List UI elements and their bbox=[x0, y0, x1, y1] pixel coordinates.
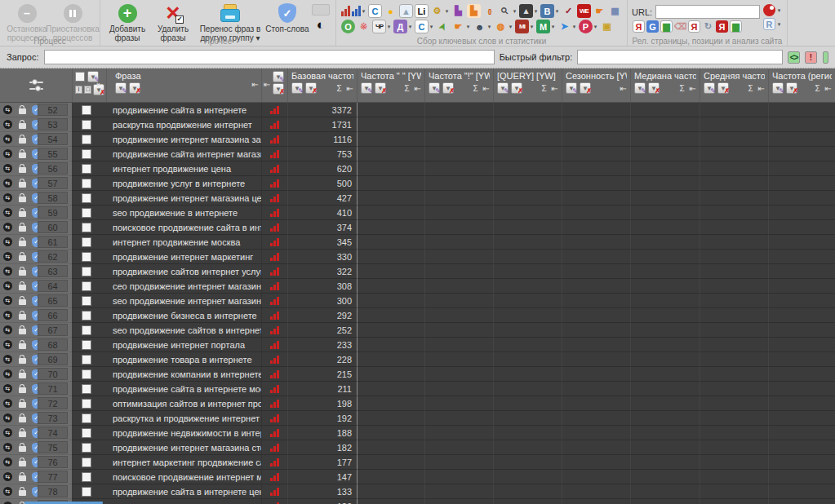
row-checkbox[interactable] bbox=[82, 413, 91, 423]
row-checkbox[interactable] bbox=[82, 428, 91, 438]
code-orange-icon[interactable]: {} bbox=[482, 4, 496, 18]
row-update-icon[interactable]: ⇆ bbox=[3, 399, 12, 408]
stop-words-button[interactable]: ✓ Стоп-слова bbox=[264, 2, 310, 33]
row-update-icon[interactable]: ⇆ bbox=[3, 237, 12, 246]
sum-button[interactable]: Σ bbox=[473, 84, 477, 93]
contrast-icon[interactable]: ◐ bbox=[317, 18, 325, 32]
sum-button[interactable]: Σ bbox=[541, 84, 546, 93]
row-checkbox[interactable] bbox=[82, 311, 91, 321]
row-checkbox[interactable] bbox=[82, 164, 91, 174]
chr-stamp-icon[interactable]: ЧР▾ bbox=[372, 20, 392, 33]
webeffector-icon[interactable]: WE bbox=[577, 4, 591, 18]
row-update-icon[interactable]: ⇆ bbox=[3, 223, 12, 232]
row-update-icon[interactable]: ⇆ bbox=[3, 179, 12, 188]
phrase-chart-icon[interactable] bbox=[270, 121, 279, 129]
row-checkbox[interactable] bbox=[82, 267, 91, 276]
pin-button[interactable]: ⇤ bbox=[758, 84, 765, 93]
phrase-cell[interactable]: продвижение сайта в интернете цена bbox=[106, 484, 261, 499]
phrase-chart-icon[interactable] bbox=[270, 282, 279, 290]
row-update-icon[interactable]: ⇆ bbox=[3, 296, 12, 305]
phrase-chart-icon[interactable] bbox=[270, 458, 279, 466]
sum-button[interactable]: Σ bbox=[748, 84, 753, 93]
phrase-chart-icon[interactable] bbox=[270, 356, 279, 364]
phrase-cell[interactable]: продвижение интернет портала bbox=[106, 338, 261, 352]
row-checkbox[interactable] bbox=[82, 179, 91, 188]
pin-button[interactable]: ⇤ bbox=[415, 84, 421, 93]
lock-icon[interactable] bbox=[19, 241, 26, 246]
lock-icon[interactable] bbox=[19, 461, 26, 466]
lock-icon[interactable] bbox=[19, 358, 26, 364]
vk-icon[interactable]: B▾ bbox=[540, 4, 560, 18]
phrase-chart-icon[interactable] bbox=[270, 473, 279, 481]
wordstat-blue-icon[interactable]: ▾ bbox=[352, 6, 366, 16]
edge-button[interactable] bbox=[823, 51, 828, 64]
search-icon[interactable]: ⚲▾ bbox=[498, 4, 517, 18]
phrase-cell[interactable]: seo продвижение интернет магазина bbox=[106, 294, 261, 308]
phrase-chart-icon[interactable] bbox=[270, 106, 279, 114]
row-update-icon[interactable]: ⇆ bbox=[3, 135, 12, 144]
filter-clear-button[interactable]: ▼✗ bbox=[273, 83, 284, 95]
filter-edit-button[interactable]: ▼✎ bbox=[497, 82, 509, 94]
lock-icon[interactable] bbox=[19, 431, 26, 437]
filter-clear-button[interactable]: ▼✗ bbox=[129, 82, 140, 94]
lock-icon[interactable] bbox=[19, 108, 26, 114]
phrase-chart-icon[interactable] bbox=[270, 488, 279, 496]
phrase-cell[interactable]: продвижение интернет магазина стоимость bbox=[106, 440, 261, 455]
google-icon[interactable]: G bbox=[646, 20, 659, 33]
filter-edit-button[interactable]: ▼✎ bbox=[361, 82, 372, 94]
serpstat-icon[interactable]: C bbox=[368, 4, 382, 18]
row-checkbox[interactable] bbox=[82, 355, 91, 365]
gold-box-icon[interactable]: ▣ bbox=[600, 20, 614, 33]
row-checkbox[interactable] bbox=[82, 281, 91, 291]
phrase-cell[interactable]: интернет маркетинг продвижение сайтов bbox=[106, 455, 261, 470]
sum-button[interactable]: Σ bbox=[679, 84, 684, 93]
phrase-chart-icon[interactable] bbox=[270, 238, 279, 246]
phrase-chart-icon[interactable] bbox=[270, 253, 279, 261]
chart-orange-icon[interactable]: ▙ bbox=[467, 4, 481, 18]
column-header-season[interactable]: Сезонность [YW▼✎▼✗⇤ bbox=[562, 69, 630, 102]
arrow-blue-icon[interactable]: ➤▾ bbox=[557, 20, 577, 33]
row-update-icon[interactable]: ⇆ bbox=[3, 413, 12, 422]
invert-selection-button[interactable]: □ bbox=[84, 86, 91, 94]
lock-icon[interactable] bbox=[19, 167, 26, 173]
filter-edit-button[interactable]: ▼✎ bbox=[429, 82, 440, 94]
phrase-cell[interactable]: продвижение сайта интернет магазина bbox=[106, 147, 261, 161]
phrase-cell[interactable]: сео продвижение интернет магазина bbox=[106, 279, 261, 294]
google-colors-icon[interactable]: ● bbox=[384, 4, 398, 18]
wordstat-red-icon[interactable] bbox=[341, 6, 350, 16]
phrase-cell[interactable]: интернет продвижение москва bbox=[106, 235, 261, 250]
quick-filter-input[interactable] bbox=[577, 50, 783, 64]
gear-icon[interactable]: ⚙▾ bbox=[430, 4, 450, 18]
column-header-median[interactable]: Медиана частот▼✎▼✗Σ⇤ bbox=[630, 69, 700, 102]
lock-icon[interactable] bbox=[19, 197, 26, 202]
filter-clear-button[interactable]: ▼✗ bbox=[580, 82, 591, 94]
direct-d-icon[interactable]: Д▾ bbox=[393, 20, 413, 33]
row-checkbox[interactable] bbox=[82, 149, 91, 159]
pin-icon[interactable]: ⇤ bbox=[252, 80, 259, 89]
lock-icon[interactable] bbox=[19, 123, 26, 129]
row-update-icon[interactable]: ⇆ bbox=[3, 267, 12, 276]
phrase-cell[interactable]: продвижение компании в интернете bbox=[106, 367, 261, 382]
row-checkbox[interactable] bbox=[82, 399, 91, 409]
filter-edit-button[interactable]: ▼✎ bbox=[634, 82, 646, 94]
phrase-chart-icon[interactable] bbox=[270, 400, 279, 408]
sum-button[interactable]: Σ bbox=[336, 84, 341, 93]
chart-green-icon[interactable]: ▆ bbox=[660, 20, 673, 33]
phrase-chart-icon[interactable] bbox=[270, 326, 279, 334]
row-update-icon[interactable]: ⇆ bbox=[3, 105, 12, 114]
row-checkbox[interactable] bbox=[82, 135, 91, 144]
pin-icon[interactable]: ⇤ bbox=[97, 80, 104, 89]
sum-button[interactable]: Σ bbox=[815, 84, 819, 93]
filter-edit-button[interactable]: ▼✎ bbox=[566, 82, 577, 94]
phrase-chart-icon[interactable] bbox=[270, 444, 279, 452]
screenshot-icon[interactable]: ▴▾ bbox=[519, 4, 539, 18]
filter-clear-button[interactable]: ▼✗ bbox=[442, 82, 454, 94]
paws-icon[interactable]: ※ bbox=[357, 20, 371, 33]
lock-icon[interactable] bbox=[19, 153, 26, 158]
phrase-cell[interactable]: seo продвижение в интернете bbox=[106, 206, 261, 220]
filter-clear-button[interactable]: ▼✗ bbox=[375, 82, 386, 94]
column-header-query[interactable]: [QUERY] [YW]▼✎▼✗Σ⇤ bbox=[493, 69, 562, 102]
row-checkbox[interactable] bbox=[82, 340, 91, 350]
row-checkbox[interactable] bbox=[82, 384, 91, 394]
sum-button[interactable]: Σ bbox=[404, 84, 409, 93]
